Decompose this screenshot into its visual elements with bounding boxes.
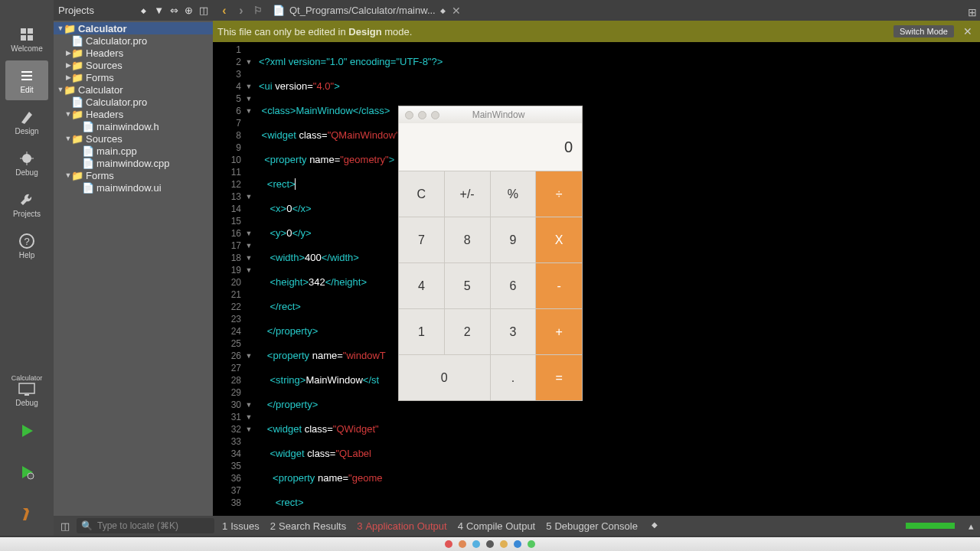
folder-icon: 📁	[72, 60, 83, 70]
calc-subtract-button[interactable]: -	[536, 262, 582, 308]
activity-projects[interactable]: Projects	[5, 184, 48, 224]
traffic-max-icon[interactable]	[431, 111, 439, 119]
tree-folder-headers[interactable]: ▼📁Headers	[54, 108, 213, 120]
activity-design[interactable]: Design	[5, 102, 48, 142]
project-icon: 📁	[64, 84, 75, 95]
calc-add-button[interactable]: +	[536, 308, 582, 354]
panel-title: Projects	[58, 5, 141, 16]
run-button[interactable]	[5, 412, 48, 452]
svg-rect-12	[19, 383, 34, 393]
folder-icon: 📁	[72, 133, 83, 144]
locator-input[interactable]: 🔍 Type to locate (⌘K)	[77, 518, 214, 533]
split-icon[interactable]: ◫	[199, 5, 208, 16]
bookmark-icon[interactable]: ⚐	[250, 5, 266, 16]
tab-issues[interactable]: 1Issues	[222, 520, 260, 532]
calc-3-button[interactable]: 3	[491, 308, 537, 354]
code-editor[interactable]: 12345678910 11121314151617181920 2122232…	[213, 42, 980, 536]
tree-folder-headers[interactable]: ▶📁Headers	[54, 47, 213, 59]
line-numbers: 12345678910 11121314151617181920 2122232…	[213, 42, 243, 536]
calc-multiply-button[interactable]: X	[536, 217, 582, 262]
file-tab[interactable]: 📄 Qt_Programs/Calculator/mainw... ◆ ✕	[266, 5, 467, 17]
calc-clear-button[interactable]: C	[399, 171, 445, 217]
tree-file[interactable]: 📄main.cpp	[54, 145, 213, 157]
tree-project-1[interactable]: ▼📁Calculator	[54, 22, 213, 34]
project-panel-header: Projects ◆ ▼ ⇔ ⊕ ◫	[54, 0, 213, 21]
tab-application-output[interactable]: 3Application Output	[357, 520, 446, 532]
dock	[0, 537, 980, 551]
calc-equals-button[interactable]: =	[536, 354, 582, 400]
progress-bar	[906, 523, 955, 529]
folder-icon: 📁	[72, 72, 83, 83]
tab-debugger-console[interactable]: 5Debugger Console	[546, 520, 638, 532]
add-icon[interactable]: ⊕	[185, 5, 193, 16]
tree-folder-forms[interactable]: ▼📁Forms	[54, 169, 213, 181]
hammer-icon	[18, 505, 35, 522]
traffic-close-icon[interactable]	[405, 111, 413, 119]
tree-file[interactable]: 📄mainwindow.cpp	[54, 157, 213, 169]
project-tree: ▼📁Calculator 📄Calculator.pro ▶📁Headers ▶…	[54, 21, 213, 194]
calc-4-button[interactable]: 4	[399, 262, 445, 308]
help-icon: ?	[18, 233, 35, 249]
sidebar-toggle-icon[interactable]: ◫	[54, 520, 77, 532]
link-icon[interactable]: ⇔	[170, 5, 178, 16]
banner-message: This file can only be edited in Design m…	[217, 26, 893, 37]
calc-2-button[interactable]: 2	[445, 308, 491, 354]
svg-rect-6	[21, 79, 32, 80]
svg-rect-4	[21, 71, 32, 73]
calc-5-button[interactable]: 5	[445, 262, 491, 308]
calc-9-button[interactable]: 9	[491, 217, 537, 262]
window-titlebar[interactable]: MainWindow	[399, 106, 582, 123]
nav-forward-icon[interactable]: ›	[233, 4, 250, 18]
file-type-icon: 📄	[273, 5, 285, 16]
svg-rect-13	[24, 394, 29, 396]
calc-1-button[interactable]: 1	[399, 308, 445, 354]
activity-edit[interactable]: Edit	[5, 60, 48, 100]
close-icon[interactable]: ✕	[960, 25, 975, 37]
activity-welcome[interactable]: Welcome	[5, 19, 48, 59]
calc-8-button[interactable]: 8	[445, 217, 491, 262]
calc-6-button[interactable]: 6	[491, 262, 537, 308]
svg-point-14	[28, 473, 34, 479]
calc-divide-button[interactable]: ÷	[536, 171, 582, 217]
tree-file[interactable]: 📄Calculator.pro	[54, 96, 213, 108]
search-icon: 🔍	[81, 520, 93, 531]
calc-dot-button[interactable]: .	[491, 354, 537, 400]
filter-icon[interactable]: ▼	[154, 5, 164, 16]
run-target[interactable]: Calculator Debug	[5, 370, 48, 410]
dropdown-icon[interactable]: ◆	[141, 7, 146, 15]
tree-file[interactable]: 📄Calculator.pro	[54, 34, 213, 47]
tree-folder-forms[interactable]: ▶📁Forms	[54, 71, 213, 83]
svg-rect-0	[21, 28, 26, 34]
folder-icon: 📁	[72, 47, 83, 58]
dropdown-icon[interactable]: ◆	[440, 7, 446, 15]
traffic-min-icon[interactable]	[418, 111, 426, 119]
build-button[interactable]	[5, 494, 48, 534]
design-icon	[18, 109, 35, 126]
debug-run-button[interactable]	[5, 453, 48, 493]
calc-7-button[interactable]: 7	[399, 217, 445, 262]
chevron-up-icon[interactable]: ▴	[969, 520, 974, 532]
activity-debug[interactable]: Debug	[5, 143, 48, 183]
tree-project-2[interactable]: ▼📁Calculator	[54, 83, 213, 96]
activity-help[interactable]: ? Help	[5, 226, 48, 266]
tree-folder-sources[interactable]: ▶📁Sources	[54, 59, 213, 71]
tree-file[interactable]: 📄mainwindow.h	[54, 120, 213, 132]
tree-folder-sources[interactable]: ▼📁Sources	[54, 132, 213, 145]
tree-file[interactable]: 📄mainwindow.ui	[54, 181, 213, 194]
nav-back-icon[interactable]: ‹	[216, 4, 233, 18]
file-icon: 📄	[83, 145, 93, 156]
switch-mode-button[interactable]: Switch Mode	[893, 25, 954, 37]
split-editor-icon[interactable]: ⊞	[968, 6, 977, 18]
calculator-window: MainWindow 0 C +/- % ÷ 7 8 9 X 4 5 6 - 1…	[398, 106, 583, 401]
svg-rect-2	[21, 35, 26, 41]
tab-search-results[interactable]: 2Search Results	[270, 520, 346, 532]
tab-compile-output[interactable]: 4Compile Output	[458, 520, 536, 532]
dropdown-icon[interactable]: ◆	[652, 520, 658, 532]
calc-percent-button[interactable]: %	[491, 171, 537, 217]
fold-column[interactable]: ▼▼▼▼ ▼▼▼▼▼ ▼▼ ▼▼	[243, 42, 254, 536]
calc-plusminus-button[interactable]: +/-	[445, 171, 491, 217]
monitor-icon	[18, 382, 36, 397]
close-icon[interactable]: ✕	[452, 5, 461, 17]
calc-0-button[interactable]: 0	[399, 354, 491, 400]
svg-rect-5	[21, 75, 32, 77]
